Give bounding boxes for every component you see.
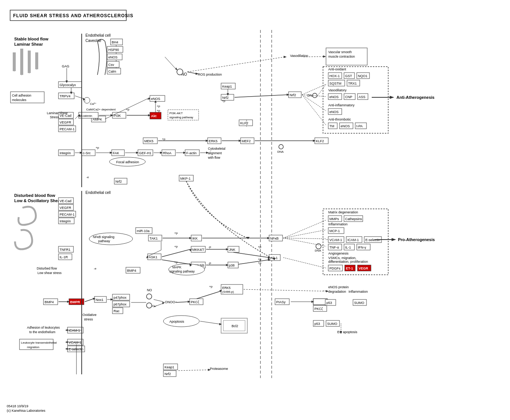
svg-text:IL-1: IL-1: [345, 246, 351, 249]
svg-text:Low & Oscillatory Shear: Low & Oscillatory Shear: [14, 198, 62, 203]
svg-text:Ca²⁺: Ca²⁺: [90, 102, 96, 106]
svg-text:ICAM-1: ICAM-1: [347, 238, 359, 242]
svg-text:Laminar Shear: Laminar Shear: [47, 111, 68, 115]
svg-text:NFκB signaling: NFκB signaling: [93, 235, 114, 239]
svg-text:IKK: IKK: [192, 237, 198, 240]
svg-text:MEK5: MEK5: [144, 139, 154, 143]
svg-text:ROS production: ROS production: [198, 73, 222, 76]
svg-text:NQO1: NQO1: [358, 74, 368, 78]
svg-text:Caveolae: Caveolae: [85, 39, 102, 43]
svg-text:MMPs: MMPs: [329, 217, 339, 221]
svg-text:Adhesion of leukocytes: Adhesion of leukocytes: [27, 326, 60, 329]
svg-text:t-PA: t-PA: [356, 124, 363, 128]
svg-text:Angiogenesis: Angiogenesis: [328, 252, 349, 255]
svg-text:+p: +p: [96, 146, 99, 149]
svg-text:E-selectin: E-selectin: [69, 347, 84, 351]
svg-text:VEGR: VEGR: [359, 267, 368, 270]
svg-text:BMP4: BMP4: [45, 300, 54, 304]
svg-text:NO: NO: [147, 288, 152, 292]
svg-text:KLF2: KLF2: [316, 139, 324, 143]
svg-text:BH4: BH4: [112, 40, 118, 44]
svg-text:SUMO: SUMO: [354, 301, 364, 305]
svg-text:+p: +p: [157, 109, 160, 112]
svg-text:PIASy: PIASy: [276, 300, 286, 304]
svg-text:ASK1: ASK1: [149, 255, 157, 259]
svg-text:BMPR: BMPR: [70, 300, 80, 304]
svg-text:p53: p53: [326, 301, 332, 305]
svg-text:05418 10/9/19: 05418 10/9/19: [7, 404, 28, 408]
svg-point-158: [89, 233, 133, 245]
svg-text:Integrin: Integrin: [60, 151, 71, 155]
svg-text:c-Src: c-Src: [83, 151, 91, 155]
svg-text:F-actin: F-actin: [186, 151, 197, 155]
svg-text:+p: +p: [162, 137, 166, 141]
svg-text:muscle contraction: muscle contraction: [328, 55, 355, 58]
svg-text:Apoptosis: Apoptosis: [169, 320, 184, 323]
svg-text:+p: +p: [258, 261, 262, 265]
svg-text:(S486-p): (S486-p): [222, 290, 234, 293]
svg-text:ET-1: ET-1: [346, 267, 353, 270]
svg-text:MKK4/7: MKK4/7: [192, 248, 204, 252]
svg-text:PECAM-1: PECAM-1: [60, 213, 75, 216]
svg-text:Rac: Rac: [114, 309, 120, 313]
svg-text:Anti-Atherogenesis: Anti-Atherogenesis: [396, 95, 434, 100]
svg-text:VSMCs, migration,: VSMCs, migration,: [328, 256, 356, 260]
svg-text:Pro-Atherogenesis: Pro-Atherogenesis: [398, 237, 435, 242]
svg-text:(c) Kanehisa Laboratories: (c) Kanehisa Laboratories: [7, 409, 46, 413]
svg-text:KLF2: KLF2: [240, 121, 248, 125]
svg-text:Cathepsins: Cathepsins: [345, 217, 362, 221]
svg-text:eNOS: eNOS: [329, 110, 339, 114]
svg-text:ERK5: ERK5: [209, 139, 218, 143]
svg-text:GST: GST: [345, 74, 352, 78]
svg-text:CNP: CNP: [345, 95, 352, 99]
svg-text:-p: -p: [208, 261, 211, 265]
svg-text:Calm: Calm: [108, 70, 116, 73]
svg-text:BMP4: BMP4: [127, 269, 136, 273]
svg-text:Cytoskeletal: Cytoskeletal: [208, 147, 225, 150]
svg-text:degradation: degradation: [328, 290, 346, 293]
svg-text:Keap1: Keap1: [222, 85, 232, 88]
svg-text:ERK5: ERK5: [222, 286, 230, 290]
svg-text:Anti-inflammatory: Anti-inflammatory: [328, 103, 355, 107]
svg-text:TNF-α: TNF-α: [329, 246, 339, 249]
svg-text:+p: +p: [258, 258, 262, 261]
svg-text:Nrf2: Nrf2: [290, 93, 296, 97]
svg-text:p38: p38: [229, 264, 235, 267]
svg-text:+p: +p: [209, 285, 213, 288]
svg-text:ASS: ASS: [359, 95, 365, 99]
svg-text:PKCζ: PKCζ: [314, 307, 323, 311]
svg-text:-e: -e: [86, 176, 89, 179]
svg-text:Nox1: Nox1: [96, 298, 103, 302]
svg-text:FAK: FAK: [113, 151, 119, 155]
svg-text:Inflammation: Inflammation: [328, 222, 348, 226]
svg-text:eNOS: eNOS: [329, 95, 339, 99]
svg-text:Inflammation: Inflammation: [348, 290, 368, 293]
svg-text:SQSTM: SQSTM: [329, 82, 341, 85]
svg-text:Disturbed flow: Disturbed flow: [37, 267, 57, 270]
svg-text:VEGFR: VEGFR: [60, 206, 72, 210]
svg-text:Anti-oxidant: Anti-oxidant: [328, 67, 346, 71]
svg-text:alignment: alignment: [208, 151, 222, 155]
svg-text:Vascular smooth: Vascular smooth: [328, 50, 352, 54]
svg-text:signaling pathway: signaling pathway: [169, 270, 195, 273]
svg-text:HOX-1: HOX-1: [329, 74, 340, 78]
svg-text:MEF2: MEF2: [242, 139, 251, 143]
svg-text:-p: -p: [208, 245, 211, 249]
svg-text:MCP-1: MCP-1: [329, 229, 340, 233]
svg-text:DNA: DNA: [277, 150, 284, 153]
svg-text:ICAM-1: ICAM-1: [69, 329, 80, 332]
svg-point-247: [147, 294, 152, 299]
svg-text:Matrix degeneration: Matrix degeneration: [328, 210, 358, 214]
svg-text:Nrf2: Nrf2: [115, 180, 122, 183]
svg-text:GEF-H1: GEF-H1: [139, 151, 151, 155]
svg-text:TAK1: TAK1: [150, 237, 158, 240]
svg-text:+p: +p: [222, 99, 226, 103]
svg-text:TM: TM: [329, 124, 334, 128]
svg-text:Csv: Csv: [108, 63, 114, 67]
svg-text:Low shear stress: Low shear stress: [37, 271, 61, 275]
svg-text:JNK: JNK: [229, 248, 235, 252]
svg-text:Vasodilation: Vasodilation: [290, 54, 308, 58]
svg-text:SUMO: SUMO: [327, 322, 337, 326]
svg-text:MKP-1: MKP-1: [180, 177, 191, 180]
svg-text:stress: stress: [84, 317, 93, 321]
